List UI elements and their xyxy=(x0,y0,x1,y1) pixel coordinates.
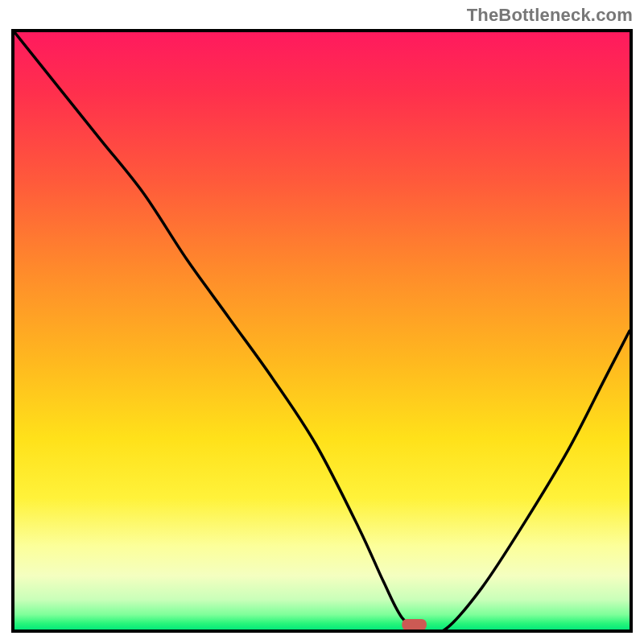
bottleneck-curve xyxy=(14,32,630,630)
watermark-text: TheBottleneck.com xyxy=(467,5,633,26)
minimum-marker xyxy=(402,619,427,630)
chart-frame: TheBottleneck.com xyxy=(0,0,644,644)
curve-svg xyxy=(14,32,630,630)
plot-area xyxy=(11,29,633,633)
